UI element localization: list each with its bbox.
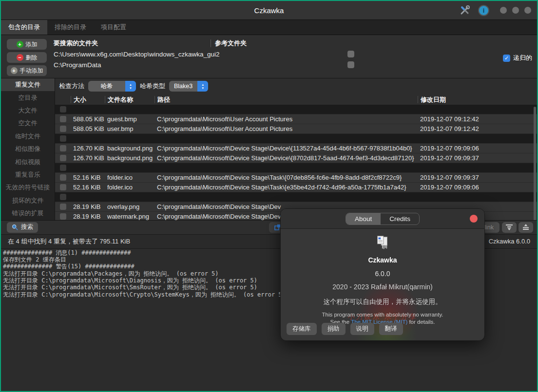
row-checkbox[interactable] <box>60 155 66 161</box>
row-checkbox-cell <box>55 155 71 161</box>
directory-row[interactable]: C:\Users\www.x6g.com\Desktop\windows_czk… <box>50 49 537 59</box>
directory-action-button[interactable]: 手动添加 <box>7 65 47 76</box>
row-checkbox-cell <box>55 116 71 122</box>
column-path[interactable]: 路径 <box>154 96 418 103</box>
tab[interactable]: 排除的目录 <box>47 20 94 35</box>
row-checkbox[interactable] <box>60 204 66 210</box>
reference-checkbox[interactable] <box>347 61 354 68</box>
table-row[interactable] <box>55 134 537 144</box>
window-button-maximize[interactable] <box>512 7 519 14</box>
hash-type-select[interactable]: Blake3 ▲▼ <box>169 81 208 92</box>
about-tab[interactable]: About <box>346 213 381 224</box>
sort-down-button[interactable] <box>502 222 517 233</box>
dialog-action-button[interactable]: 说明 <box>350 323 374 335</box>
row-checkbox-cell <box>55 204 71 210</box>
cell-path: C:\programdata\Microsoft\User Account Pi… <box>154 115 418 123</box>
row-checkbox[interactable] <box>60 135 66 142</box>
table-row[interactable]: 588.05 KiB user.bmp C:\programdata\Micro… <box>55 124 537 134</box>
cell-size: 588.05 KiB <box>71 125 105 132</box>
search-label: 搜索 <box>21 223 33 231</box>
table-row[interactable]: 52.16 KiB folder.ico C:\programdata\Micr… <box>55 173 537 183</box>
about-tab[interactable]: Credits <box>381 213 419 224</box>
table-row[interactable] <box>55 163 537 173</box>
directory-buttons: 添加 删除 手动添加 <box>1 35 50 78</box>
table-row[interactable]: 588.05 KiB guest.bmp C:\programdata\Micr… <box>55 114 537 124</box>
tools-icon[interactable] <box>460 5 470 16</box>
table-row[interactable] <box>55 105 537 114</box>
about-tabs: AboutCredits <box>346 213 420 225</box>
export-button[interactable] <box>519 222 533 233</box>
column-date[interactable]: 修改日期 <box>418 96 537 103</box>
cell-size: 126.70 KiB <box>71 145 105 152</box>
search-button[interactable]: 搜索 <box>7 222 38 233</box>
recursive-option[interactable]: 递归的 <box>503 54 532 62</box>
row-checkbox[interactable] <box>60 145 66 151</box>
cell-name: watermark.png <box>105 213 154 220</box>
dialog-action-button[interactable]: 存储库 <box>287 323 317 335</box>
directory-action-button[interactable]: 添加 <box>7 39 47 50</box>
app-version: Czkawka 6.0.0 <box>489 238 530 245</box>
cell-name: background.png <box>105 154 154 162</box>
directories-panel: 添加 删除 手动添加 要搜索的文件夹 参考文件夹 C:\Users\www.x6… <box>1 35 537 78</box>
dialog-close-button[interactable] <box>470 215 478 223</box>
table-row[interactable]: 126.70 KiB background.png C:\programdata… <box>55 153 537 163</box>
sidebar-item[interactable]: 无效的符号链接 <box>1 181 55 194</box>
cell-path: C:\programdata\Microsoft\User Account Pi… <box>154 125 418 132</box>
about-dialog-body: 小刀娱乐 乐于分享 Czkawka 6.0.0 2020 - 2023 Rafa… <box>281 229 484 340</box>
cell-date: 2019-12-07 09:09:37 <box>418 174 537 181</box>
results-scrollbar[interactable] <box>534 107 536 229</box>
dialog-action-button[interactable]: 翻译 <box>379 323 403 335</box>
directory-action-icon <box>17 41 23 48</box>
sidebar-item[interactable]: 临时文件 <box>1 130 55 143</box>
check-method-select[interactable]: 哈希 ▲▼ <box>88 81 136 92</box>
cell-size: 28.19 KiB <box>71 203 105 210</box>
recursive-checkbox[interactable] <box>503 55 510 62</box>
window-button-minimize[interactable] <box>500 7 507 14</box>
row-checkbox[interactable] <box>60 174 66 181</box>
tab[interactable]: 项目配置 <box>94 20 134 35</box>
dialog-action-button[interactable]: 捐助 <box>322 323 346 335</box>
chevron-updown-icon: ▲▼ <box>197 81 208 92</box>
table-row[interactable] <box>55 192 537 202</box>
check-method-value: 哈希 <box>88 81 125 92</box>
cell-name: folder.ico <box>105 184 154 191</box>
sidebar-item[interactable]: 相似图像 <box>1 143 55 155</box>
directory-action-button[interactable]: 删除 <box>7 52 47 63</box>
table-row[interactable]: 52.16 KiB folder.ico C:\programdata\Micr… <box>55 183 537 192</box>
tab[interactable]: 包含的目录 <box>1 20 47 35</box>
dialog-free-text: 这个程序可以自由使用，并将永远使用。 <box>324 298 442 306</box>
column-size[interactable]: 大小 <box>71 96 105 103</box>
row-checkbox[interactable] <box>60 194 66 200</box>
directory-action-label: 手动添加 <box>20 67 43 75</box>
cell-date: 2019-12-07 09:09:06 <box>418 184 537 191</box>
column-name[interactable]: 文件名称 <box>105 96 154 103</box>
row-checkbox[interactable] <box>60 213 66 220</box>
check-method-label: 检查方法 <box>59 82 84 91</box>
titlebar: Czkawka i <box>1 1 537 20</box>
cell-date: 2019-12-07 09:12:42 <box>418 125 537 132</box>
results-rows: 588.05 KiB guest.bmp C:\programdata\Micr… <box>55 105 537 222</box>
sidebar-item[interactable]: 相似视频 <box>1 155 55 168</box>
row-checkbox[interactable] <box>60 126 66 132</box>
table-row[interactable]: 126.70 KiB background.png C:\programdata… <box>55 144 537 153</box>
window-button-close[interactable] <box>524 7 531 14</box>
row-checkbox[interactable] <box>60 116 66 122</box>
main-area: 重复文件空目录大文件空文件临时文件相似图像相似视频重复音乐无效的符号链接损坏的文… <box>1 78 537 220</box>
sidebar-item[interactable]: 空文件 <box>1 117 55 130</box>
cell-date: 2019-12-07 09:09:06 <box>418 145 537 152</box>
sidebar-item[interactable]: 重复文件 <box>1 78 55 91</box>
status-text: 在 4 组中找到 4 重复，被带去了 795.11 KiB <box>8 237 130 246</box>
sidebar-item[interactable]: 错误的扩展 <box>1 207 55 220</box>
reference-checkbox[interactable] <box>347 51 354 57</box>
sidebar-item[interactable]: 大文件 <box>1 104 55 117</box>
info-icon[interactable]: i <box>478 5 489 16</box>
sidebar-item[interactable]: 损坏的文件 <box>1 194 55 207</box>
row-checkbox[interactable] <box>60 165 66 171</box>
cell-path: C:\programdata\Microsoft\Device Stage\De… <box>154 154 418 162</box>
sidebar-item[interactable]: 重复音乐 <box>1 168 55 181</box>
row-checkbox[interactable] <box>60 184 66 190</box>
sidebar-item[interactable]: 空目录 <box>1 91 55 104</box>
row-checkbox[interactable] <box>60 106 66 112</box>
titlebar-icons: i <box>460 5 531 16</box>
directory-row[interactable]: C:\ProgramData <box>50 59 537 70</box>
